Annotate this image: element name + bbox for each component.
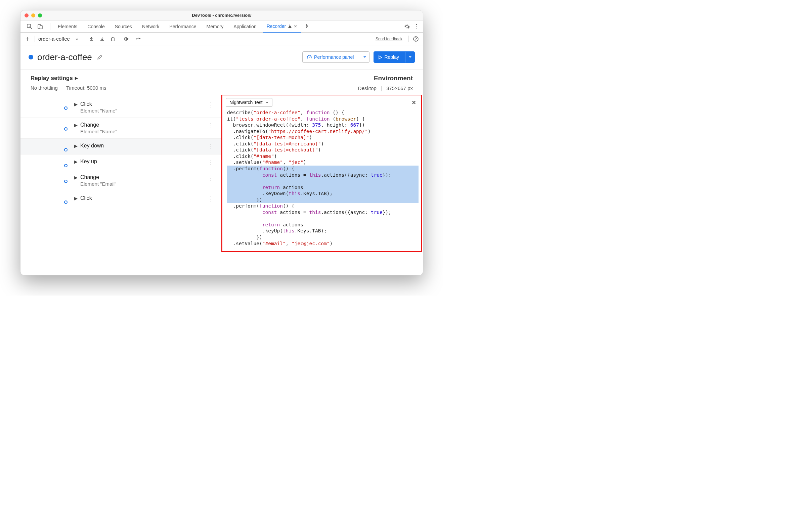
step-menu-icon[interactable]: ⋮ [204,195,218,203]
tab-console[interactable]: Console [83,21,109,32]
timeout-value: Timeout: 5000 ms [66,85,107,91]
replay-button-label: Replay [384,54,399,60]
tab-memory[interactable]: Memory [203,21,228,32]
kebab-icon[interactable]: ⋮ [413,23,420,30]
code-body[interactable]: describe("order-a-coffee", function () {… [222,110,421,251]
export-format-label: Nightwatch Test [229,100,263,105]
record-indicator-icon [28,55,33,60]
tab-performance[interactable]: Performance [165,21,200,32]
recording-header: order-a-coffee Performance panel Replay [21,45,423,70]
step-subtitle: Element "Email" [80,181,116,187]
tab-sources[interactable]: Sources [111,21,136,32]
export-format-dropdown[interactable]: Nightwatch Test [226,98,272,107]
expand-step-icon[interactable]: ▶ [74,122,77,128]
performance-panel-label: Performance panel [314,54,354,60]
export-icon[interactable] [98,35,106,43]
titlebar: DevTools - chrome://version/ [21,10,423,21]
more-tabs-icon[interactable] [303,23,310,30]
step-title: Change [80,122,117,128]
step-title: Key up [80,159,97,165]
step-title: Click [80,101,117,107]
replay-button[interactable]: Replay [373,51,415,63]
expand-step-icon[interactable]: ▶ [74,102,77,107]
svg-rect-4 [124,38,126,40]
step-title: Change [80,174,116,180]
step-menu-icon[interactable]: ⋮ [204,101,218,109]
expand-step-icon[interactable]: ▶ [74,196,77,201]
step-icon[interactable] [134,35,142,43]
edit-title-icon[interactable] [96,53,103,61]
step-subtitle: Element "Name" [80,129,117,134]
throttling-value: No throttling [30,85,58,91]
gauge-icon [307,54,312,60]
step-title: Click [80,195,92,201]
window-title: DevTools - chrome://version/ [21,13,423,18]
performance-panel-button[interactable]: Performance panel [302,51,369,63]
inspect-icon[interactable] [26,23,33,30]
tab-recorder-label: Recorder [267,24,286,29]
play-icon [378,55,382,60]
env-device: Desktop [358,85,376,91]
step-menu-icon[interactable]: ⋮ [204,159,218,166]
env-viewport: 375×667 px [386,85,413,91]
tab-application[interactable]: Application [229,21,261,32]
recorder-body: ▶ Click Element "Name" ⋮ ▶ Change Elemen… [21,95,423,275]
expand-step-icon[interactable]: ▶ [74,143,77,148]
close-tab-icon[interactable]: × [294,23,297,29]
step-subtitle: Element "Name" [80,108,117,114]
expand-step-icon[interactable]: ▶ [74,175,77,180]
recorder-toolbar: ＋ order-a-coffee Send feedback [21,32,423,45]
delete-icon[interactable] [109,35,117,43]
export-code-panel: Nightwatch Test × describe("order-a-coff… [221,95,422,252]
step-over-icon[interactable] [123,35,131,43]
flask-icon [288,24,292,28]
environment-heading: Environment [358,74,413,82]
recording-name[interactable]: order-a-coffee [38,36,70,42]
chevron-right-icon: ▸ [75,74,78,82]
close-panel-icon[interactable]: × [410,99,418,107]
step-row[interactable]: ▶ Change Element "Email" ⋮ [21,170,222,191]
expand-step-icon[interactable]: ▶ [74,159,77,164]
help-icon[interactable] [412,35,419,43]
step-row[interactable]: ▶ Click Element "Name" ⋮ [21,97,222,118]
svg-rect-2 [40,25,42,29]
replay-dropdown[interactable] [405,52,415,63]
replay-settings: Replay settings ▸ No throttling Timeout:… [21,70,423,95]
page-title: order-a-coffee [37,52,92,63]
send-feedback-link[interactable]: Send feedback [375,37,405,41]
step-menu-icon[interactable]: ⋮ [204,143,218,150]
chevron-down-icon [265,101,269,104]
step-menu-icon[interactable]: ⋮ [204,122,218,129]
import-icon[interactable] [88,35,95,43]
gear-icon[interactable] [403,23,411,30]
tab-elements[interactable]: Elements [54,21,81,32]
devtools-window: DevTools - chrome://version/ Elements Co… [20,10,423,275]
steps-panel: ▶ Click Element "Name" ⋮ ▶ Change Elemen… [21,95,222,275]
step-row[interactable]: ▶ Key down ⋮ [21,138,222,154]
device-toggle-icon[interactable] [37,23,44,30]
chevron-down-icon[interactable] [73,35,80,43]
step-row[interactable]: ▶ Click ⋮ [21,191,222,207]
add-recording-icon[interactable]: ＋ [24,35,31,43]
step-menu-icon[interactable]: ⋮ [204,174,218,182]
performance-panel-dropdown[interactable] [360,52,369,63]
step-title: Key down [80,143,104,149]
tab-recorder[interactable]: Recorder × [263,21,301,32]
tab-network[interactable]: Network [138,21,163,32]
replay-settings-heading[interactable]: Replay settings ▸ [30,74,106,82]
step-row[interactable]: ▶ Key up ⋮ [21,154,222,170]
svg-rect-3 [112,38,114,41]
panel-tabs: Elements Console Sources Network Perform… [21,21,423,32]
step-row[interactable]: ▶ Change Element "Name" ⋮ [21,118,222,138]
